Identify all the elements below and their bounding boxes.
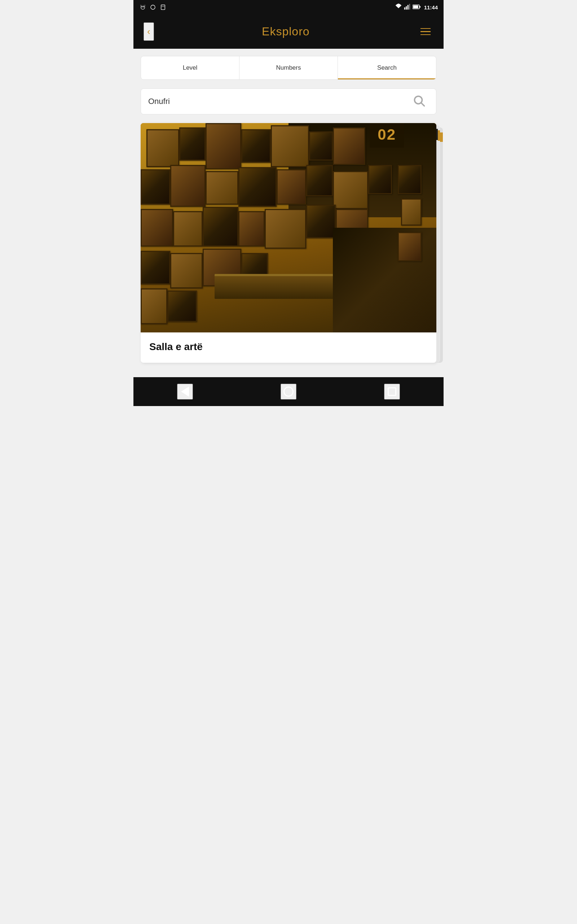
bottom-nav [134, 377, 443, 406]
search-input[interactable] [148, 97, 410, 106]
search-submit-button[interactable] [410, 92, 429, 111]
painting-r1 [398, 165, 422, 194]
painting-19 [239, 211, 265, 247]
svg-rect-9 [407, 5, 408, 10]
museum-bg [141, 123, 436, 333]
painting-23 [141, 251, 170, 284]
svg-line-15 [421, 103, 424, 106]
signal-icon [404, 3, 410, 11]
card-badge: 02 [370, 123, 404, 148]
cards-area: 5 4 10 [141, 123, 436, 363]
painting-27 [141, 288, 167, 324]
svg-rect-10 [409, 3, 410, 10]
svg-point-1 [143, 6, 144, 7]
sd-icon [160, 3, 167, 11]
painting-15 [368, 165, 392, 194]
painting-3 [206, 123, 241, 169]
app-title: Eksploro [262, 25, 310, 38]
tabs-container: Level Numbers Search [141, 56, 436, 80]
painting-21 [306, 205, 336, 238]
home-nav-icon [284, 386, 293, 397]
app-header: ‹ Eksploro [134, 15, 443, 49]
search-box [141, 89, 436, 115]
back-nav-icon [181, 386, 189, 397]
svg-rect-13 [419, 6, 420, 8]
status-bar-right: 11:44 [395, 3, 438, 11]
painting-r2 [401, 199, 422, 226]
card-title: Salla e artë [141, 333, 436, 363]
menu-icon-line3 [421, 34, 430, 36]
painting-5 [271, 125, 309, 167]
svg-point-2 [151, 5, 155, 10]
painting-2 [179, 128, 206, 161]
circle-icon [149, 3, 156, 11]
svg-rect-8 [406, 6, 407, 10]
tab-search[interactable]: Search [338, 56, 436, 79]
painting-24 [170, 253, 203, 289]
back-button[interactable]: ‹ [143, 23, 154, 41]
svg-point-0 [142, 6, 142, 7]
museum-counter [214, 274, 348, 299]
painting-20 [265, 209, 306, 249]
painting-18 [203, 207, 238, 247]
android-icon [139, 3, 147, 11]
painting-10 [206, 171, 238, 205]
painting-16 [141, 209, 173, 247]
nav-back-button[interactable] [177, 384, 193, 399]
tab-numbers[interactable]: Numbers [239, 56, 338, 79]
svg-rect-3 [161, 5, 165, 10]
status-bar-left [139, 3, 167, 11]
svg-rect-7 [404, 7, 405, 10]
painting-28 [167, 291, 197, 322]
painting-8 [141, 169, 170, 205]
painting-6 [309, 131, 333, 161]
card-image: 02 [141, 123, 436, 333]
painting-11 [239, 167, 277, 207]
card-stack: 5 4 10 [141, 123, 436, 363]
nav-recent-button[interactable] [384, 384, 400, 399]
search-area [141, 89, 436, 115]
nav-home-button[interactable] [280, 384, 297, 399]
battery-icon [413, 4, 421, 10]
status-bar: 11:44 [134, 0, 443, 15]
painting-17 [173, 211, 203, 247]
tab-level[interactable]: Level [141, 56, 239, 79]
search-icon [413, 95, 426, 108]
painting-1 [147, 129, 179, 167]
wifi-icon [395, 3, 402, 11]
menu-icon-line2 [421, 31, 430, 32]
painting-9 [170, 165, 206, 207]
menu-icon-line1 [421, 28, 430, 29]
painting-4 [241, 129, 271, 163]
time-display: 11:44 [424, 4, 438, 10]
painting-13 [306, 165, 333, 196]
main-card[interactable]: 02 Salla e artë [141, 123, 436, 363]
painting-12 [277, 169, 306, 205]
painting-7 [333, 128, 365, 165]
painting-14 [333, 171, 368, 208]
painting-r3 [398, 232, 422, 261]
svg-rect-12 [413, 5, 418, 8]
menu-button[interactable] [417, 25, 434, 38]
recent-nav-icon [388, 387, 396, 396]
